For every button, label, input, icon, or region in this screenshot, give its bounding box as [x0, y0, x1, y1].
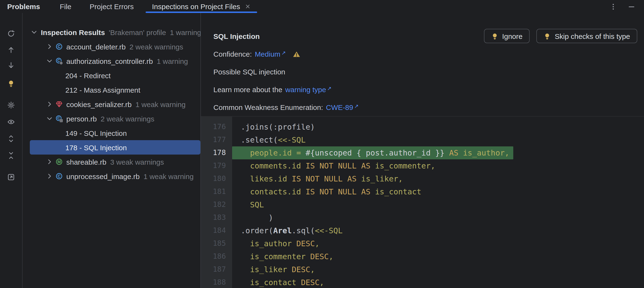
warning-type-link[interactable]: warning type↗ — [285, 85, 332, 94]
ignore-button[interactable]: Ignore — [484, 29, 530, 43]
code-line[interactable]: 187 is_liker DESC, — [201, 263, 644, 276]
external-link-icon: ↗ — [354, 103, 358, 109]
hide-tool-window-button[interactable] — [626, 1, 637, 12]
code-line[interactable]: 178 people.id = #{unscoped { post.author… — [201, 146, 644, 159]
toolbar-settings-button[interactable] — [5, 99, 17, 111]
more-options-button[interactable] — [608, 1, 619, 12]
skip-checks-button[interactable]: Skip checks of this type — [536, 29, 638, 43]
code-line[interactable]: 185 is_author DESC, — [201, 237, 644, 250]
line-number: 177 — [201, 133, 232, 146]
chevron-down-icon — [46, 115, 53, 122]
lightbulb-icon — [491, 32, 498, 40]
toolbar-lightbulb-button[interactable] — [5, 78, 17, 89]
tree-item-account-deleter-rb[interactable]: Caccount_deleter.rb2 weak warnings — [30, 39, 200, 54]
toolbar-arrow-down-button[interactable] — [5, 59, 17, 71]
confidence-link[interactable]: Medium↗ — [255, 50, 286, 58]
toolbar-collapse-all-button[interactable] — [5, 150, 17, 161]
svg-text:C: C — [58, 44, 60, 49]
code-text: likes.id IS NOT NULL AS is_liker, — [232, 172, 403, 185]
line-number: 188 — [201, 276, 232, 288]
ruby-controller-icon: C — [55, 57, 63, 65]
cwe-link[interactable]: CWE-89↗ — [326, 103, 358, 111]
external-link-icon: ↗ — [327, 85, 331, 92]
code-text: is_contact DESC, — [232, 276, 324, 288]
cwe-label: Common Weakness Enumeration: — [214, 103, 323, 111]
tree-item-person-rb[interactable]: Cperson.rb2 weak warnings — [30, 111, 200, 126]
tree-item-shareable-rb[interactable]: Mshareable.rb3 weak warnings — [30, 155, 200, 169]
code-line[interactable]: 188 is_contact DESC, — [201, 276, 644, 288]
warning-count: 2 weak warnings — [101, 114, 154, 123]
file-name: unprocessed_image.rb — [66, 172, 140, 180]
line-number: 184 — [201, 224, 232, 237]
warning-count: 1 warning — [157, 57, 188, 65]
code-line[interactable]: 177.select(<<-SQL — [201, 133, 644, 146]
code-line[interactable]: 183 ) — [201, 211, 644, 224]
refresh-icon — [7, 30, 15, 37]
code-text: is_author DESC, — [232, 237, 320, 250]
inspection-details-header: SQL Injection Ignore Skip checks of this… — [201, 13, 644, 116]
toolbar-expand-all-button[interactable] — [5, 133, 17, 144]
tree-item-149-sql-injection[interactable]: 149 - SQL Injection — [30, 126, 200, 140]
minimize-icon — [628, 3, 635, 10]
warning-count: 2 weak warnings — [130, 42, 183, 51]
tool-window-toolbar — [0, 13, 22, 288]
tool-window-title: Problems — [7, 2, 40, 10]
inspection-tree: Inspection Results'Brakeman' profile1 wa… — [22, 13, 200, 288]
line-number: 179 — [201, 159, 232, 172]
tab-file[interactable]: File — [54, 0, 78, 13]
inspection-details-pane: SQL Injection Ignore Skip checks of this… — [200, 13, 644, 288]
code-line[interactable]: 186 is_commenter DESC, — [201, 250, 644, 263]
lightbulb-icon — [7, 80, 15, 87]
ruby-module-icon: M — [55, 158, 63, 166]
inspection-message: Possible SQL injection — [214, 63, 637, 81]
lightbulb-icon — [544, 32, 551, 40]
code-line[interactable]: 180 likes.id IS NOT NULL AS is_liker, — [201, 172, 644, 185]
toolbar-arrow-up-button[interactable] — [5, 44, 17, 56]
code-text: contacts.id IS NOT NULL AS is_contact — [232, 185, 421, 198]
warning-count: 3 weak warnings — [110, 158, 164, 166]
code-line[interactable]: 179 comments.id IS NOT NULL AS is_commen… — [201, 159, 644, 172]
tree-root[interactable]: Inspection Results'Brakeman' profile1 wa… — [30, 25, 200, 39]
weak-warning-icon — [292, 50, 300, 58]
active-tab-underline — [146, 11, 257, 13]
tree-item-204-redirect[interactable]: 204 - Redirect — [30, 68, 200, 83]
tree-item-178-sql-injection[interactable]: 178 - SQL Injection — [30, 140, 200, 155]
file-name: cookies_serializer.rb — [66, 100, 132, 108]
tab-label: File — [60, 2, 71, 10]
learn-more-row: Learn more about the warning type↗ — [214, 81, 637, 98]
confidence-row: Confidence: Medium↗ — [214, 45, 637, 63]
warning-item-label: 149 - SQL Injection — [65, 129, 127, 137]
code-line[interactable]: 182 SQL — [201, 198, 644, 211]
code-text: comments.id IS NOT NULL AS is_commenter, — [232, 159, 435, 172]
tree-item-authorizations-controller-rb[interactable]: Cauthorizations_controller.rb1 warning — [30, 54, 200, 68]
chevron-right-icon — [46, 172, 53, 180]
svg-text:C: C — [58, 174, 60, 179]
tab-close-button[interactable] — [244, 3, 251, 9]
code-text: is_liker DESC, — [232, 263, 315, 276]
file-name: account_deleter.rb — [66, 42, 126, 51]
tree-item-cookies-serializer-rb[interactable]: cookies_serializer.rb1 weak warning — [30, 97, 200, 111]
tree-item-unprocessed-image-rb[interactable]: Cunprocessed_image.rb1 weak warning — [30, 169, 200, 183]
line-number: 180 — [201, 172, 232, 185]
close-icon — [244, 3, 251, 9]
warning-item-label: 204 - Redirect — [65, 71, 110, 79]
tree-item-212-mass-assignment[interactable]: 212 - Mass Assignment — [30, 83, 200, 97]
code-line[interactable]: 181 contacts.id IS NOT NULL AS is_contac… — [201, 185, 644, 198]
tab-project-errors[interactable]: Project Errors — [84, 0, 140, 13]
tree-root-summary: 1 warning — [170, 28, 200, 36]
arrow-down-icon — [7, 61, 15, 69]
tab-inspections-on-project-files[interactable]: Inspections on Project Files — [146, 0, 257, 13]
toolbar-open-in-editor-button[interactable] — [5, 171, 17, 183]
ruby-class-icon: C — [55, 172, 63, 180]
warning-item-label: 178 - SQL Injection — [65, 143, 127, 151]
line-number: 182 — [201, 198, 232, 211]
chevron-down-icon — [30, 28, 38, 36]
code-text: .order(Arel.sql(<<-SQL — [232, 224, 343, 237]
svg-text:M: M — [58, 160, 61, 164]
code-line[interactable]: 176.joins(:profile) — [201, 120, 644, 133]
code-line[interactable]: 184.order(Arel.sql(<<-SQL — [201, 224, 644, 237]
warning-count: 1 weak warning — [144, 172, 194, 180]
settings-icon — [7, 101, 15, 109]
toolbar-refresh-button[interactable] — [5, 28, 17, 39]
toolbar-preview-button[interactable] — [5, 116, 17, 128]
